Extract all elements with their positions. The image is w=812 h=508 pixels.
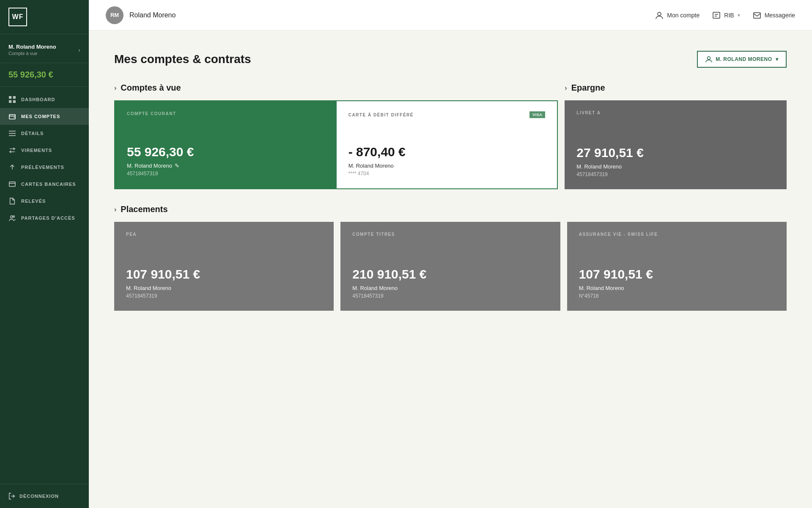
svg-rect-4 [9, 115, 15, 119]
nav-label-cartes-bancaires: Cartes Bancaires [21, 182, 76, 187]
sidebar-balance: 55 926,30 € [0, 63, 89, 87]
visa-badge: VISA [529, 111, 545, 118]
svg-rect-7 [9, 133, 16, 134]
sidebar-item-releves[interactable]: Relevés [0, 193, 89, 210]
users-icon [8, 214, 16, 222]
page-title: Mes comptes & contrats [114, 52, 251, 66]
carte-debit-label: Carte À Débit Différé VISA [348, 111, 546, 118]
svg-rect-8 [9, 135, 16, 136]
svg-rect-13 [713, 12, 720, 18]
main-area: RM Roland Moreno Mon compte RIB ▾ [89, 0, 812, 508]
arrow-up-icon [8, 163, 16, 171]
sidebar-chevron-icon[interactable]: › [78, 47, 80, 53]
placements-chevron-icon[interactable]: › [114, 206, 116, 213]
epargne-section: › Epargne Livret A 27 910,51 € M. Roland… [565, 83, 787, 189]
svg-point-11 [13, 216, 15, 218]
compte-courant-account: 45718457319 [127, 171, 324, 177]
assurance-vie-label: Assurance Vie - Swiss Life [579, 232, 775, 237]
comptes-vue-section: › Comptes à vue Compte Courant 55 926,30… [114, 83, 558, 189]
avatar: RM [106, 6, 123, 24]
placements-cards: PEA 107 910,51 € M. Roland Moreno 457184… [114, 222, 787, 311]
svg-rect-2 [9, 100, 11, 103]
svg-point-12 [658, 12, 661, 16]
svg-point-15 [708, 57, 710, 60]
assurance-vie-amount: 107 910,51 € [579, 267, 775, 282]
sidebar-item-cartes-bancaires[interactable]: Cartes Bancaires [0, 176, 89, 193]
carte-debit-amount: - 870,40 € [348, 145, 546, 159]
list-icon [8, 130, 16, 137]
file-icon [8, 197, 16, 205]
sidebar-item-prelevements[interactable]: Prélèvements [0, 159, 89, 176]
svg-rect-1 [13, 96, 16, 99]
livret-a-amount: 27 910,51 € [576, 146, 775, 160]
sidebar-user-name: M. Roland Moreno [8, 44, 56, 50]
svg-rect-0 [9, 96, 11, 99]
edit-icon[interactable]: ✎ [175, 163, 179, 169]
mon-compte-button[interactable]: Mon compte [655, 11, 700, 19]
livret-a-owner: M. Roland Moreno [576, 163, 775, 170]
topbar-user: RM Roland Moreno [106, 6, 655, 24]
assurance-vie-account: N°45718 [579, 293, 775, 299]
user-button-chevron: ▾ [776, 56, 779, 62]
sidebar: WF M. Roland Moreno Compte à vue › 55 92… [0, 0, 89, 508]
epargne-chevron-icon[interactable]: › [565, 84, 567, 92]
placements-section: › Placements PEA 107 910,51 € M. Roland … [114, 204, 787, 311]
logo-box: WF [8, 8, 27, 26]
svg-point-5 [14, 117, 14, 118]
logout-button[interactable]: Déconnexion [8, 493, 80, 500]
comptes-vue-chevron-icon[interactable]: › [114, 84, 116, 92]
comptes-vue-cards: Compte Courant 55 926,30 € M. Roland Mor… [114, 100, 558, 189]
compte-titres-account: 45718457319 [352, 293, 548, 299]
card-livret-a[interactable]: Livret A 27 910,51 € M. Roland Moreno 45… [565, 100, 787, 189]
card-icon [8, 180, 16, 188]
card-compte-courant[interactable]: Compte Courant 55 926,30 € M. Roland Mor… [114, 100, 337, 189]
rib-button[interactable]: RIB ▾ [712, 11, 740, 19]
topbar-username: Roland Moreno [129, 11, 176, 19]
sidebar-item-details[interactable]: Détails [0, 125, 89, 142]
placements-title: Placements [121, 204, 167, 214]
comptes-vue-title: Comptes à vue [121, 83, 181, 93]
pea-account: 45718457319 [126, 293, 322, 299]
sidebar-item-virements[interactable]: Virements [0, 142, 89, 159]
compte-titres-label: Compte Titres [352, 232, 548, 237]
logout-label: Déconnexion [19, 494, 59, 499]
topbar: RM Roland Moreno Mon compte RIB ▾ [89, 0, 812, 30]
nav-label-details: Détails [21, 131, 44, 136]
svg-rect-6 [9, 131, 16, 132]
wallet-icon [8, 113, 16, 120]
nav-label-dashboard: Dashboard [21, 97, 55, 102]
content-area: Mes comptes & contrats M. Roland Moreno … [89, 30, 812, 508]
card-compte-titres[interactable]: Compte Titres 210 910,51 € M. Roland Mor… [340, 222, 560, 311]
pea-amount: 107 910,51 € [126, 267, 322, 282]
sidebar-logo: WF [0, 0, 89, 34]
sidebar-item-dashboard[interactable]: Dashboard [0, 91, 89, 108]
nav-label-virements: Virements [21, 148, 52, 153]
user-account-button[interactable]: M. Roland Moreno ▾ [697, 51, 787, 68]
comptes-vue-header: › Comptes à vue [114, 83, 558, 93]
placements-header: › Placements [114, 204, 787, 214]
sidebar-item-mes-comptes[interactable]: Mes Comptes [0, 108, 89, 125]
sidebar-item-partages-acces[interactable]: Partages D'Accès [0, 210, 89, 226]
messagerie-button[interactable]: Messagerie [753, 11, 795, 19]
compte-titres-owner: M. Roland Moreno [352, 285, 548, 291]
assurance-vie-owner: M. Roland Moreno [579, 285, 775, 291]
rib-label: RIB [724, 12, 734, 19]
epargne-title: Epargne [571, 83, 605, 93]
epargne-header: › Epargne [565, 83, 787, 93]
user-button-label: M. Roland Moreno [716, 56, 772, 62]
pea-label: PEA [126, 232, 322, 237]
sidebar-nav: Dashboard Mes Comptes Détails [0, 87, 89, 484]
content-header: Mes comptes & contrats M. Roland Moreno … [114, 51, 787, 68]
sidebar-balance-amount: 55 926,30 € [8, 70, 80, 80]
card-assurance-vie[interactable]: Assurance Vie - Swiss Life 107 910,51 € … [567, 222, 787, 311]
svg-rect-14 [754, 13, 760, 18]
svg-rect-9 [9, 182, 15, 187]
messagerie-label: Messagerie [765, 12, 795, 19]
compte-titres-amount: 210 910,51 € [352, 267, 548, 282]
card-pea[interactable]: PEA 107 910,51 € M. Roland Moreno 457184… [114, 222, 334, 311]
grid-icon [8, 96, 16, 103]
nav-label-partages-acces: Partages D'Accès [21, 215, 75, 221]
topbar-actions: Mon compte RIB ▾ Messagerie [655, 11, 795, 19]
compte-courant-owner: M. Roland Moreno ✎ [127, 163, 324, 169]
card-carte-debit[interactable]: Carte À Débit Différé VISA - 870,40 € M.… [337, 100, 558, 189]
